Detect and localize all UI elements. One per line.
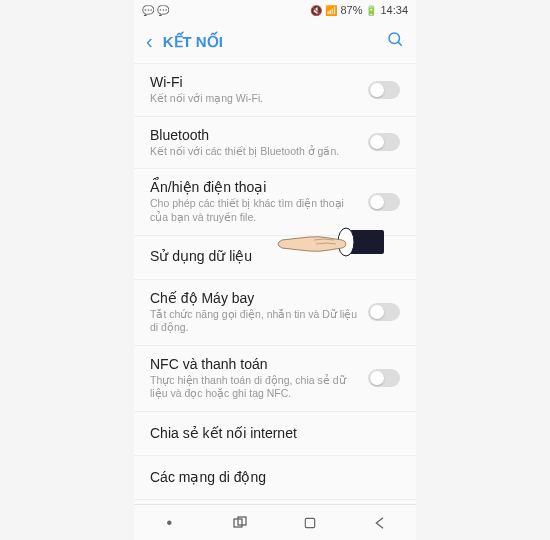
- toggle-airplane[interactable]: [368, 303, 400, 321]
- item-visibility[interactable]: Ẩn/hiện điện thoại Cho phép các thiết bị…: [134, 169, 416, 235]
- toggle-bluetooth[interactable]: [368, 133, 400, 151]
- item-subtitle: Thực hiện thanh toán di động, chia sẻ dữ…: [150, 374, 358, 401]
- svg-line-1: [398, 42, 401, 45]
- item-title: Bluetooth: [150, 127, 358, 143]
- item-subtitle: Cho phép các thiết bị khác tìm điện thoạ…: [150, 197, 358, 224]
- item-title: Chia sẻ kết nối internet: [150, 425, 390, 441]
- toggle-wifi[interactable]: [368, 81, 400, 99]
- signal-icon: 📶: [325, 5, 337, 16]
- item-subtitle: Tắt chức năng gọi điện, nhắn tin và Dữ l…: [150, 308, 358, 335]
- item-title: Sử dụng dữ liệu: [150, 248, 390, 264]
- item-subtitle: Kết nối với mạng Wi-Fi.: [150, 92, 358, 106]
- page-title: KẾT NỐI: [163, 33, 386, 51]
- search-icon[interactable]: [386, 30, 404, 53]
- item-title: NFC và thanh toán: [150, 356, 358, 372]
- item-tethering[interactable]: Chia sẻ kết nối internet: [134, 412, 416, 456]
- settings-list[interactable]: Wi-Fi Kết nối với mạng Wi-Fi. Bluetooth …: [134, 64, 416, 504]
- item-nfc[interactable]: NFC và thanh toán Thực hiện thanh toán d…: [134, 346, 416, 412]
- clock: 14:34: [380, 4, 408, 16]
- chat-icon: 💬: [157, 5, 169, 16]
- battery-icon: 🔋: [365, 5, 377, 16]
- item-mobile-networks[interactable]: Các mạng di động: [134, 456, 416, 500]
- item-airplane[interactable]: Chế độ Máy bay Tắt chức năng gọi điện, n…: [134, 280, 416, 346]
- svg-point-0: [389, 33, 400, 44]
- nav-assistant[interactable]: •: [157, 511, 181, 535]
- nav-bar: •: [134, 504, 416, 540]
- nav-home[interactable]: [298, 511, 322, 535]
- item-wifi[interactable]: Wi-Fi Kết nối với mạng Wi-Fi.: [134, 64, 416, 117]
- item-title: Chế độ Máy bay: [150, 290, 358, 306]
- mute-icon: 🔇: [310, 5, 322, 16]
- status-bar: 💬 💬 🔇 📶 87% 🔋 14:34: [134, 0, 416, 20]
- phone-screen: 💬 💬 🔇 📶 87% 🔋 14:34 ‹ KẾT NỐI Wi-Fi Kết …: [134, 0, 416, 540]
- item-title: Wi-Fi: [150, 74, 358, 90]
- nav-recents[interactable]: [228, 511, 252, 535]
- item-subtitle: Kết nối với các thiết bị Bluetooth ở gần…: [150, 145, 358, 159]
- header: ‹ KẾT NỐI: [134, 20, 416, 64]
- item-title: Các mạng di động: [150, 469, 390, 485]
- toggle-nfc[interactable]: [368, 369, 400, 387]
- item-bluetooth[interactable]: Bluetooth Kết nối với các thiết bị Bluet…: [134, 117, 416, 170]
- svg-rect-4: [306, 518, 315, 527]
- nav-back[interactable]: [369, 511, 393, 535]
- item-title: Ẩn/hiện điện thoại: [150, 179, 358, 195]
- battery-percent: 87%: [340, 4, 362, 16]
- item-data-usage[interactable]: Sử dụng dữ liệu: [134, 236, 416, 280]
- chat-icon: 💬: [142, 5, 154, 16]
- toggle-visibility[interactable]: [368, 193, 400, 211]
- back-button[interactable]: ‹: [146, 30, 153, 53]
